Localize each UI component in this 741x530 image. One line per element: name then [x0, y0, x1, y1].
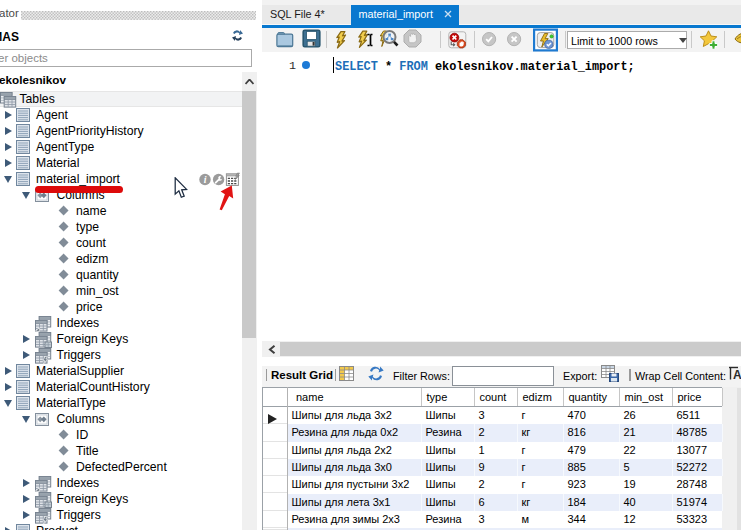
svg-text:A: A — [733, 368, 741, 381]
svg-text:i: i — [204, 174, 207, 185]
